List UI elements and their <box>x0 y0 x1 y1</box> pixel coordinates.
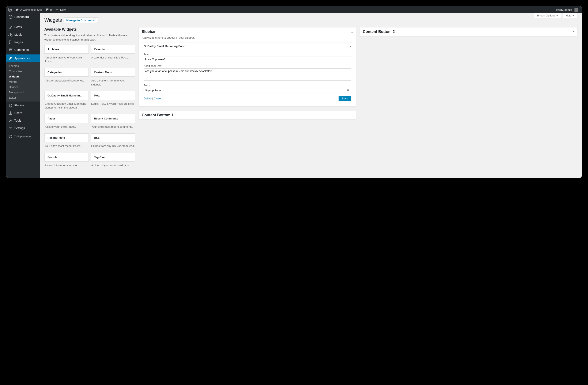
sidebar-item-posts[interactable]: Posts <box>6 23 40 31</box>
submenu-editor[interactable]: Editor <box>6 95 40 100</box>
submenu-customize[interactable]: Customize <box>6 69 40 74</box>
widget-chip[interactable]: Recent Posts <box>44 133 89 142</box>
page-title: Widgets <box>44 17 62 23</box>
sidebar-item-plugins[interactable]: Plugins <box>6 101 40 109</box>
main-content: Screen Options ▼ Help ▼ Widgets Manage i… <box>40 13 582 178</box>
tools-icon <box>8 118 13 123</box>
submenu-menus[interactable]: Menus <box>6 79 40 84</box>
title-field[interactable] <box>144 57 351 62</box>
available-widget: Custom MenuAdd a custom menu to your sid… <box>91 68 135 86</box>
widget-chip[interactable]: Meta <box>91 91 135 100</box>
sidebar-label: Pages <box>14 41 23 44</box>
widget-area-header[interactable]: Sidebar ▲ <box>139 27 356 36</box>
widget-chip[interactable]: Categories <box>44 68 89 77</box>
new-content-link[interactable]: New <box>53 6 67 13</box>
widget-chip[interactable]: Calendar <box>91 45 135 54</box>
widget-chip-desc: A list of your site's Pages. <box>44 125 89 129</box>
svg-rect-7 <box>9 128 12 128</box>
available-widget: ArchivesA monthly archive of your site's… <box>44 45 89 63</box>
svg-rect-10 <box>11 128 11 129</box>
comments-link[interactable]: 0 <box>43 6 53 13</box>
manage-in-customizer-link[interactable]: Manage in Customizer <box>64 18 98 23</box>
widget-chip-desc: Add a custom menu to your sidebar. <box>91 79 135 86</box>
widget-chip[interactable]: RSS <box>91 133 135 142</box>
widget-chip[interactable]: Pages <box>44 114 89 123</box>
submenu-themes[interactable]: Themes <box>6 63 40 69</box>
widget-chip[interactable]: Search <box>44 153 89 162</box>
sidebar-item-users[interactable]: Users <box>6 109 40 117</box>
home-icon <box>15 8 19 12</box>
additional-text-field[interactable]: Are you a fan of cupcakes? Join our week… <box>144 68 351 81</box>
available-widget: MetaLogin, RSS, & WordPress.org links. <box>91 91 135 110</box>
widget-area-title: Content Bottom 2 <box>363 30 395 34</box>
caret-down-icon: ▼ <box>572 31 574 33</box>
sidebar-item-media[interactable]: Media <box>6 31 40 39</box>
available-widgets-desc: To activate a widget drag it to a sideba… <box>44 33 135 41</box>
media-icon <box>8 33 13 37</box>
widget-area-desc: Add widgets here to appear in your sideb… <box>139 36 356 42</box>
additional-text-label: Additional Text: <box>144 64 351 68</box>
sidebar-item-settings[interactable]: Settings <box>6 124 40 132</box>
comment-count: 0 <box>50 8 52 11</box>
widget-chip[interactable]: Custom Menu <box>91 68 135 77</box>
avatar <box>574 8 578 12</box>
sidebar-item-pages[interactable]: Pages <box>6 39 40 46</box>
delete-link[interactable]: Delete <box>144 97 152 100</box>
new-label: New <box>60 8 66 11</box>
collapse-icon <box>8 134 12 138</box>
sidebar-label: Settings <box>14 126 25 130</box>
svg-rect-4 <box>10 41 12 44</box>
sidebar-label: Tools <box>14 119 21 122</box>
widget-chip-desc: Your site's most recent comments. <box>91 125 135 129</box>
account-menu[interactable]: Howdy, admin <box>553 6 580 13</box>
form-select[interactable]: Signup Form <box>144 88 351 93</box>
collapse-label: Collapse menu <box>14 135 32 138</box>
collapse-menu[interactable]: Collapse menu <box>6 133 40 140</box>
widget-area-header[interactable]: Content Bottom 2 ▼ <box>360 27 577 36</box>
widget-chip[interactable]: GoDaddy Email Marketin… <box>44 91 89 100</box>
settings-icon <box>8 126 13 130</box>
widget-area-title: Content Bottom 1 <box>142 113 174 117</box>
sidebar-item-dashboard[interactable]: Dashboard <box>6 13 40 21</box>
widget-chip-desc: Entries from any RSS or Atom feed. <box>91 144 135 148</box>
help-button[interactable]: Help ▼ <box>563 13 577 18</box>
plus-icon <box>55 8 59 12</box>
available-widget: CalendarA calendar of your site's Posts. <box>91 45 135 63</box>
screen-options-button[interactable]: Screen Options ▼ <box>533 13 561 18</box>
widget-chip[interactable]: Archives <box>44 45 89 54</box>
available-widget: SearchA search form for your site. <box>44 153 89 167</box>
plugins-icon <box>8 103 13 107</box>
caret-up-icon: ▲ <box>351 31 353 33</box>
save-button[interactable]: Save <box>338 96 351 101</box>
widget-chip[interactable]: Tag Cloud <box>91 153 135 162</box>
users-icon <box>8 111 13 115</box>
widget-chip-desc: Login, RSS, & WordPress.org links. <box>91 102 135 106</box>
widget-area-sidebar: Sidebar ▲ Add widgets here to appear in … <box>139 27 356 106</box>
wp-logo-menu[interactable] <box>6 6 14 13</box>
submenu-widgets[interactable]: Widgets <box>6 74 40 79</box>
close-link[interactable]: Close <box>154 97 161 100</box>
form-select-label: Form: <box>144 84 351 87</box>
svg-rect-9 <box>10 127 10 128</box>
sidebar-label: Comments <box>14 48 29 52</box>
admin-toolbar: A WordPress Site 0 New Howdy, admin <box>6 6 582 13</box>
widget-chip[interactable]: Recent Comments <box>91 114 135 123</box>
widget-chip-desc: A calendar of your site's Posts. <box>91 56 135 60</box>
available-widget: RSSEntries from any RSS or Atom feed. <box>91 133 135 148</box>
caret-up-icon: ▲ <box>349 45 351 47</box>
submenu-header[interactable]: Header <box>6 84 40 90</box>
submenu-background[interactable]: Background <box>6 90 40 95</box>
sidebar-item-comments[interactable]: Comments <box>6 46 40 54</box>
sidebar-item-tools[interactable]: Tools <box>6 117 40 124</box>
available-widgets-heading: Available Widgets <box>44 27 135 32</box>
widget-instance-header[interactable]: GoDaddy Email Marketing Form ▲ <box>141 42 354 50</box>
available-widget: Recent PostsYour site's most recent Post… <box>44 133 89 148</box>
sidebar-label: Plugins <box>14 104 24 107</box>
sidebar-item-appearance[interactable]: Appearance <box>6 55 40 62</box>
wordpress-icon <box>8 8 12 12</box>
site-name-link[interactable]: A WordPress Site <box>14 6 43 13</box>
widget-area-header[interactable]: Content Bottom 1 ▼ <box>139 111 356 120</box>
sidebar-label: Dashboard <box>14 15 29 19</box>
widget-chip-desc: Your site's most recent Posts. <box>44 144 89 148</box>
pages-icon <box>8 40 13 44</box>
